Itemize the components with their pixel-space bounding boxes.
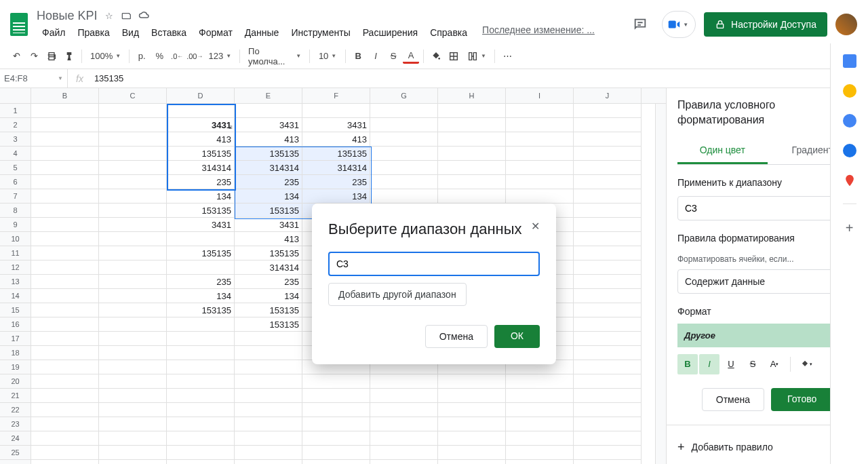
cell-J2[interactable] [574, 118, 642, 132]
cell-C5[interactable] [99, 161, 167, 175]
cell-E17[interactable] [235, 332, 302, 346]
cell-D5[interactable]: 314314 [167, 161, 235, 175]
cell-E6[interactable]: 235 [235, 175, 302, 189]
cell-E15[interactable]: 153135 [235, 303, 302, 317]
cell-C22[interactable] [99, 403, 167, 417]
cell-J12[interactable] [574, 260, 642, 275]
cell-J1[interactable] [574, 104, 642, 118]
cell-G7[interactable] [370, 189, 438, 204]
cell-I26[interactable] [506, 460, 574, 464]
cell-I23[interactable] [506, 417, 574, 431]
more-button[interactable]: ⋯ [499, 48, 515, 64]
cell-C23[interactable] [99, 417, 167, 431]
cell-D12[interactable] [167, 260, 235, 275]
cell-B24[interactable] [31, 431, 99, 446]
row-header-16[interactable]: 16 [0, 317, 31, 332]
calendar-icon[interactable] [843, 54, 856, 68]
cell-D15[interactable]: 153135 [167, 303, 235, 317]
row-header-13[interactable]: 13 [0, 275, 31, 289]
cell-D1[interactable] [167, 104, 235, 118]
menu-help[interactable]: Справка [425, 24, 473, 41]
col-header-F[interactable]: F [302, 88, 370, 103]
cell-B23[interactable] [31, 417, 99, 431]
font-select[interactable]: По умолча...▼ [244, 48, 305, 64]
paint-format-button[interactable] [61, 48, 77, 64]
tab-single-color[interactable]: Один цвет [677, 138, 768, 164]
cell-D2[interactable]: 3431≡ [167, 118, 235, 132]
cell-B12[interactable] [31, 260, 99, 275]
document-title[interactable]: Новые KPI [37, 9, 98, 23]
cell-B3[interactable] [31, 132, 99, 147]
row-header-25[interactable]: 25 [0, 446, 31, 460]
cell-E16[interactable]: 153135 [235, 317, 302, 332]
col-header-C[interactable]: C [99, 88, 167, 103]
panel-cancel-button[interactable]: Отмена [702, 388, 764, 411]
cell-J11[interactable] [574, 246, 642, 260]
select-all-corner[interactable] [0, 88, 31, 103]
row-header-18[interactable]: 18 [0, 346, 31, 360]
cell-H22[interactable] [438, 403, 506, 417]
row-header-17[interactable]: 17 [0, 332, 31, 346]
cell-C14[interactable] [99, 289, 167, 303]
cell-D10[interactable] [167, 232, 235, 246]
cell-G5[interactable] [370, 161, 438, 175]
cell-G23[interactable] [370, 417, 438, 431]
row-header-15[interactable]: 15 [0, 303, 31, 317]
cell-J22[interactable] [574, 403, 642, 417]
col-header-J[interactable]: J [574, 88, 642, 103]
fill-color-button[interactable] [428, 48, 444, 64]
row-header-14[interactable]: 14 [0, 289, 31, 303]
row-header-26[interactable]: 26 [0, 460, 31, 464]
text-color-button[interactable]: A [403, 49, 419, 64]
row-header-2[interactable]: 2 [0, 118, 31, 132]
cell-G4[interactable] [370, 147, 438, 161]
row-header-7[interactable]: 7 [0, 189, 31, 204]
col-header-D[interactable]: D [167, 88, 235, 103]
cell-E20[interactable] [235, 374, 302, 389]
cell-J25[interactable] [574, 446, 642, 460]
cell-C19[interactable] [99, 360, 167, 374]
sheets-logo[interactable] [5, 11, 33, 38]
row-header-24[interactable]: 24 [0, 431, 31, 446]
cell-G21[interactable] [370, 389, 438, 403]
menu-insert[interactable]: Вставка [146, 24, 192, 41]
cell-F23[interactable] [302, 417, 370, 431]
dialog-add-range-button[interactable]: Добавить другой диапазон [328, 283, 467, 306]
cell-D23[interactable] [167, 417, 235, 431]
cell-B13[interactable] [31, 275, 99, 289]
cell-B15[interactable] [31, 303, 99, 317]
cell-C10[interactable] [99, 232, 167, 246]
row-header-20[interactable]: 20 [0, 374, 31, 389]
col-header-B[interactable]: B [31, 88, 99, 103]
row-header-12[interactable]: 12 [0, 260, 31, 275]
fmt-text-color-button[interactable]: A▾ [764, 354, 785, 374]
cell-D6[interactable]: 235 [167, 175, 235, 189]
row-header-10[interactable]: 10 [0, 232, 31, 246]
cell-D3[interactable]: 413 [167, 132, 235, 147]
cell-E8[interactable]: 153135 [235, 204, 302, 218]
menu-view[interactable]: Вид [117, 24, 144, 41]
cell-G26[interactable] [370, 460, 438, 464]
cell-F25[interactable] [302, 446, 370, 460]
increase-decimal-button[interactable]: .00→ [186, 48, 203, 64]
dialog-cancel-button[interactable]: Отмена [425, 325, 488, 348]
cell-D7[interactable]: 134 [167, 189, 235, 204]
cell-J19[interactable] [574, 360, 642, 374]
cell-D16[interactable] [167, 317, 235, 332]
font-size-select[interactable]: 10▼ [314, 48, 341, 64]
cell-E25[interactable] [235, 446, 302, 460]
menu-file[interactable]: Файл [37, 24, 71, 41]
cell-C20[interactable] [99, 374, 167, 389]
share-button[interactable]: Настройки Доступа [704, 12, 827, 37]
cell-H6[interactable] [438, 175, 506, 189]
cell-G3[interactable] [370, 132, 438, 147]
name-box[interactable]: E4:F8▼ [0, 69, 68, 88]
cell-E23[interactable] [235, 417, 302, 431]
cell-D4[interactable]: 135135 [167, 147, 235, 161]
cell-F21[interactable] [302, 389, 370, 403]
cell-E13[interactable]: 235 [235, 275, 302, 289]
cell-J10[interactable] [574, 232, 642, 246]
account-avatar[interactable] [835, 14, 857, 35]
cell-E11[interactable]: 135135 [235, 246, 302, 260]
cell-F24[interactable] [302, 431, 370, 446]
